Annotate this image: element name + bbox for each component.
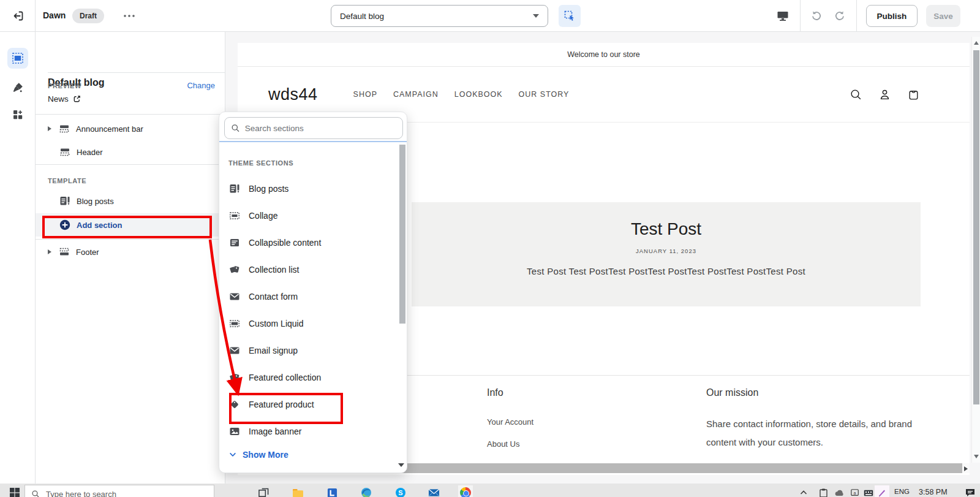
vscroll-thumb[interactable]: [973, 50, 979, 404]
popup-scrollbar-thumb[interactable]: [399, 145, 405, 324]
nav-item-our-story[interactable]: OUR STORY: [519, 90, 570, 99]
show-more-button[interactable]: Show More: [228, 450, 288, 460]
section-item-custom-liquid[interactable]: Custom Liquid: [219, 310, 398, 337]
section-item-collapsible-content[interactable]: Collapsible content: [219, 229, 398, 256]
add-section-label: Add section: [77, 221, 122, 230]
task-view-icon[interactable]: [256, 485, 271, 497]
clipboard-tray-icon[interactable]: [816, 485, 831, 497]
collapsible-content-icon: [228, 237, 241, 249]
page-selector-dropdown[interactable]: Default blog: [331, 5, 548, 27]
nav-item-lookbook[interactable]: LOOKBOOK: [454, 90, 503, 99]
tree-label: Announcement bar: [76, 124, 143, 134]
add-section-button[interactable]: Add section: [36, 213, 225, 237]
section-item-image-banner[interactable]: Image banner: [219, 418, 398, 445]
language-indicator[interactable]: ENG: [894, 488, 910, 495]
section-item-collection-list[interactable]: Collection list: [219, 256, 398, 283]
exit-editor-icon: [12, 10, 24, 22]
tree-label: Blog posts: [77, 197, 114, 206]
section-search[interactable]: [224, 117, 403, 139]
preview-page-row[interactable]: News: [48, 94, 81, 104]
envelope-icon: [228, 344, 241, 357]
sections-tab[interactable]: [7, 48, 28, 69]
clock[interactable]: 3:58 PM: [919, 488, 948, 496]
section-item-label: Image banner: [249, 427, 301, 436]
redo-button[interactable]: [831, 7, 849, 25]
search-icon[interactable]: [850, 88, 862, 101]
template-label: TEMPLATE: [48, 177, 86, 184]
publish-button[interactable]: Publish: [866, 5, 918, 27]
section-item-blog-posts[interactable]: Blog posts: [219, 175, 398, 202]
external-link-icon: [73, 95, 81, 103]
tree-row-blog-posts[interactable]: Blog posts: [36, 189, 225, 213]
section-select-tool-button[interactable]: [559, 5, 581, 27]
scroll-down-arrow-icon[interactable]: [974, 455, 979, 458]
edge-icon[interactable]: [359, 485, 374, 497]
change-preview-link[interactable]: Change: [187, 81, 215, 90]
blue-app-icon[interactable]: [325, 485, 339, 497]
search-focus-line: [219, 141, 407, 142]
scroll-up-arrow-icon[interactable]: [974, 41, 979, 45]
action-center-icon[interactable]: [963, 485, 978, 497]
section-item-featured-collection[interactable]: Featured collection: [219, 364, 398, 391]
theme-settings-tab[interactable]: [7, 77, 28, 98]
pen-tray-icon[interactable]: [875, 485, 889, 497]
windows-logo-icon: [10, 488, 20, 497]
account-icon[interactable]: [878, 88, 891, 101]
popup-group-label: THEME SECTIONS: [228, 159, 293, 167]
file-explorer-icon[interactable]: [290, 485, 305, 497]
cart-bag-icon[interactable]: [907, 88, 920, 101]
outlook-mail-icon[interactable]: [426, 485, 441, 497]
section-item-label: Contact form: [249, 292, 298, 302]
exit-editor-button[interactable]: [9, 6, 28, 26]
tree-row-announcement-bar[interactable]: Announcement bar: [36, 117, 225, 140]
tree-row-footer[interactable]: Footer: [36, 240, 225, 264]
search-icon: [31, 490, 40, 497]
footer-link-about-us[interactable]: About Us: [487, 439, 519, 449]
tree-row-header[interactable]: Header: [36, 140, 225, 164]
tray-expand-icon[interactable]: [796, 485, 811, 497]
section-item-collage[interactable]: Collage: [219, 202, 398, 229]
section-item-label: Collection list: [249, 265, 299, 275]
nav-item-shop[interactable]: SHOP: [353, 90, 377, 99]
editor-vertical-scrollbar[interactable]: [971, 37, 980, 463]
store-logo[interactable]: wds44: [268, 85, 318, 104]
post-date: JANUARY 11, 2023: [636, 248, 696, 254]
nav-item-campaign[interactable]: CAMPAIGN: [393, 90, 439, 99]
undo-button[interactable]: [807, 7, 826, 25]
blog-post-card: Test Post JANUARY 11, 2023 Test Post Tes…: [412, 202, 921, 306]
scroll-right-arrow-icon[interactable]: [964, 466, 968, 471]
section-search-input[interactable]: [245, 124, 396, 133]
ellipsis-icon: [123, 14, 135, 18]
start-button[interactable]: [7, 485, 22, 497]
save-button[interactable]: Save: [926, 5, 960, 27]
section-item-label: Featured product: [249, 400, 314, 409]
footer-link-your-account[interactable]: Your Account: [487, 417, 533, 427]
section-item-label: Collapsible content: [249, 238, 321, 248]
caret-right-icon[interactable]: [48, 126, 51, 131]
taskbar-search[interactable]: Type here to search: [24, 485, 214, 497]
section-item-label: Collage: [249, 211, 277, 221]
desktop-preview-icon: [776, 10, 790, 22]
more-options-button[interactable]: [119, 9, 140, 23]
section-item-contact-form[interactable]: Contact form: [219, 283, 398, 310]
section-item-featured-product[interactable]: Featured product: [219, 391, 398, 418]
svg-text:a: a: [854, 491, 856, 495]
topbar-divider: [856, 0, 857, 31]
store-header-icons: [850, 88, 920, 101]
section-item-label: Blog posts: [249, 184, 288, 194]
post-title: Test Post: [631, 219, 701, 239]
caret-right-icon[interactable]: [48, 249, 51, 254]
popup-scroll-down-icon[interactable]: [398, 463, 404, 467]
divider: [48, 72, 225, 73]
apps-tab[interactable]: [7, 104, 28, 125]
section-item-label: Custom Liquid: [249, 319, 304, 328]
chrome-icon[interactable]: [458, 485, 473, 497]
touch-keyboard-icon[interactable]: [861, 485, 876, 497]
magnifier-tray-icon[interactable]: a: [848, 485, 862, 497]
sections-panel: Default blog PREVIEW Change News Announc…: [36, 32, 225, 484]
onedrive-tray-icon[interactable]: [832, 485, 846, 497]
topbar-divider: [800, 0, 801, 31]
device-preview-button[interactable]: [773, 7, 793, 25]
section-item-email-signup[interactable]: Email signup: [219, 337, 398, 364]
skype-icon[interactable]: S: [393, 485, 408, 497]
